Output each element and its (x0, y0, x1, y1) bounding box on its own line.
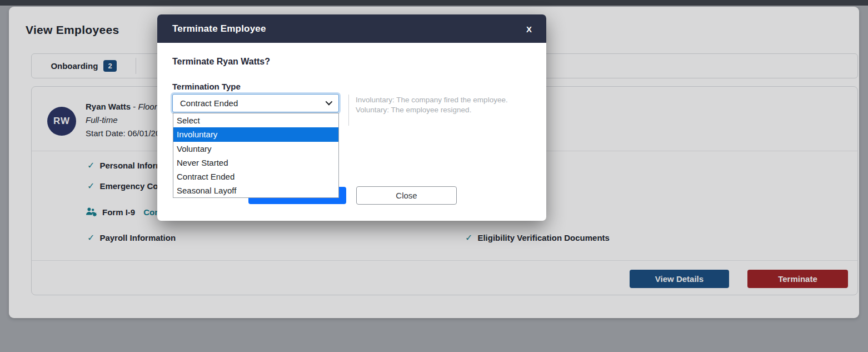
close-icon[interactable]: X (522, 22, 536, 36)
option-select[interactable]: Select (173, 113, 338, 127)
select-value: Contract Ended (180, 98, 238, 108)
modal-question: Terminate Ryan Watts? (172, 57, 270, 67)
helper-line-involuntary: Involuntary: The company fired the emplo… (356, 95, 508, 105)
modal-close-button[interactable]: Close (356, 186, 457, 205)
modal-title: Terminate Employee (172, 23, 266, 34)
termination-type-select[interactable]: Contract Ended (172, 94, 339, 112)
termination-type-label: Termination Type (172, 82, 241, 91)
termination-type-dropdown: Select Involuntary Voluntary Never Start… (173, 113, 339, 198)
terminate-employee-modal: Terminate Employee X Terminate Ryan Watt… (157, 14, 546, 221)
modal-header: Terminate Employee X (157, 14, 546, 43)
option-involuntary[interactable]: Involuntary (173, 127, 338, 141)
helper-line-voluntary: Voluntary: The employee resigned. (356, 105, 508, 115)
termination-type-helper: Involuntary: The company fired the emplo… (356, 95, 508, 115)
screen: View Employees Onboarding 2 En RW Ryan W… (0, 0, 868, 352)
option-contract-ended[interactable]: Contract Ended (173, 170, 338, 184)
option-never-started[interactable]: Never Started (173, 156, 338, 170)
option-voluntary[interactable]: Voluntary (173, 142, 338, 156)
helper-divider (348, 95, 349, 126)
chevron-down-icon (326, 98, 333, 106)
option-seasonal-layoff[interactable]: Seasonal Layoff (173, 184, 338, 197)
